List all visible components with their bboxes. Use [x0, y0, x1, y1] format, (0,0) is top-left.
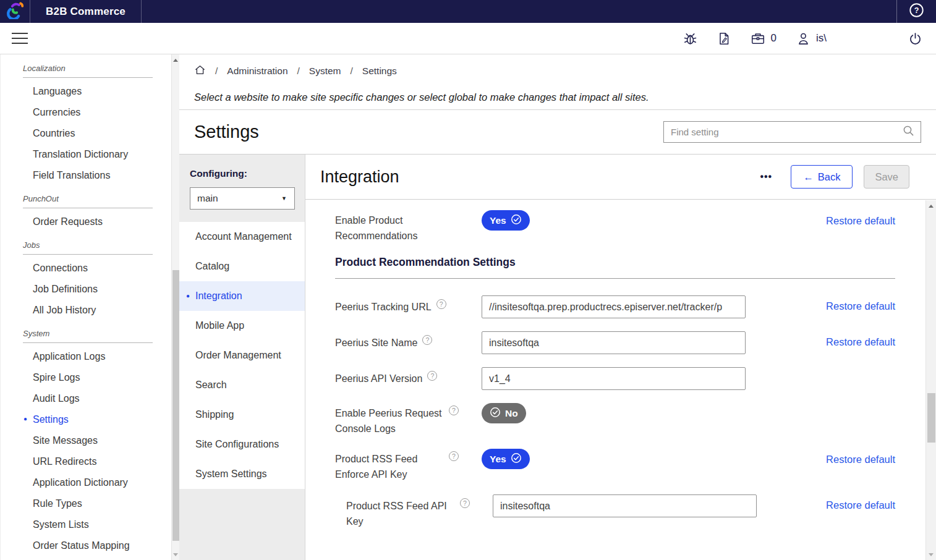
- help-tooltip-icon[interactable]: ?: [449, 405, 459, 415]
- sidebar-item-rule-types[interactable]: Rule Types: [1, 493, 171, 514]
- settings-menu-item-order-management[interactable]: Order Management: [179, 341, 305, 370]
- page-edit-icon: [717, 32, 731, 46]
- restore-default-link[interactable]: Restore default: [826, 331, 895, 348]
- scrollbar-up-arrow[interactable]: [172, 56, 179, 64]
- sidebar-item-url-redirects[interactable]: URL Redirects: [1, 451, 171, 472]
- scrollbar-down-arrow[interactable]: [172, 550, 179, 559]
- back-button-label: Back: [818, 171, 841, 183]
- peerius-api-version-input[interactable]: [482, 367, 746, 390]
- setting-label: Enable Product Recommendations: [335, 213, 444, 244]
- hamburger-menu-button[interactable]: [12, 33, 28, 44]
- chevron-down-icon: ▼: [281, 195, 287, 202]
- sidebar-item-settings[interactable]: ● Settings: [1, 409, 171, 430]
- edit-page-button[interactable]: [717, 32, 731, 46]
- toggle-value: Yes: [490, 215, 506, 226]
- configuring-box: Configuring: main ▼: [179, 155, 305, 222]
- website-select-value: main: [197, 193, 218, 204]
- sidebar-item-spire-logs[interactable]: Spire Logs: [1, 367, 171, 388]
- restore-default-link[interactable]: Restore default: [826, 494, 895, 511]
- sidebar-item-currencies[interactable]: Currencies: [1, 102, 171, 123]
- product-rss-feed-enforce-api-key-toggle[interactable]: Yes: [482, 449, 530, 469]
- sidebar-item-all-job-history[interactable]: All Job History: [1, 300, 171, 321]
- settings-menu-item-search[interactable]: Search: [179, 370, 305, 400]
- save-button[interactable]: Save: [864, 165, 909, 189]
- sidebar-item-field-translations[interactable]: Field Translations: [1, 165, 171, 186]
- settings-menu-item-system-settings[interactable]: System Settings: [179, 459, 305, 489]
- brand-title-box: B2B Commerce: [30, 0, 142, 23]
- user-menu-button[interactable]: is\: [796, 32, 827, 46]
- restore-default-link[interactable]: Restore default: [826, 449, 895, 465]
- section-rule: [335, 278, 895, 279]
- sidebar-scrollbar-thumb[interactable]: [172, 270, 179, 541]
- sidebar-item-order-requests[interactable]: Order Requests: [1, 211, 171, 232]
- back-arrow-icon: ←: [803, 171, 814, 183]
- home-icon: [194, 67, 206, 77]
- settings-category-menu: Account Management Catalog ● Integration…: [179, 222, 305, 489]
- hamburger-icon: [12, 33, 28, 34]
- sidebar-item-application-dictionary[interactable]: Application Dictionary: [1, 472, 171, 493]
- settings-menu-item-account-management[interactable]: Account Management: [179, 222, 305, 252]
- sidebar-item-audit-logs[interactable]: Audit Logs: [1, 388, 171, 409]
- bug-report-button[interactable]: [683, 32, 697, 46]
- enable-peerius-request-console-logs-toggle[interactable]: No: [482, 403, 526, 423]
- sidebar-item-application-logs[interactable]: Application Logs: [1, 346, 171, 367]
- brand-logo[interactable]: [0, 0, 30, 23]
- sidebar-item-order-status-mapping[interactable]: Order Status Mapping: [1, 535, 171, 556]
- briefcase-button[interactable]: 0: [751, 32, 776, 45]
- sidebar-item-site-messages[interactable]: Site Messages: [1, 430, 171, 451]
- sidebar-divider: [23, 77, 153, 78]
- website-select[interactable]: main ▼: [190, 187, 295, 210]
- breadcrumb-system[interactable]: System: [309, 66, 341, 77]
- user-label: is\: [816, 32, 827, 45]
- breadcrumb-settings[interactable]: Settings: [362, 66, 397, 77]
- home-link[interactable]: [194, 64, 206, 78]
- sidebar-item-connections[interactable]: Connections: [1, 258, 171, 279]
- peerius-site-name-input[interactable]: [482, 331, 746, 354]
- enable-product-recommendations-toggle[interactable]: Yes: [482, 210, 530, 231]
- product-rss-feed-api-key-input[interactable]: [493, 494, 757, 517]
- detail-header: Integration ••• ← Back Save: [305, 155, 936, 200]
- peerius-tracking-url-input[interactable]: [482, 295, 746, 318]
- find-setting-input[interactable]: [664, 122, 903, 142]
- sidebar-item-translation-dictionary[interactable]: Translation Dictionary: [1, 144, 171, 165]
- settings-menu-item-integration[interactable]: ● Integration: [179, 281, 305, 311]
- help-button[interactable]: ?: [896, 0, 936, 23]
- restore-default-link[interactable]: Restore default: [826, 295, 895, 312]
- sidebar-item-languages[interactable]: Languages: [1, 81, 171, 102]
- help-tooltip-icon[interactable]: ?: [422, 335, 432, 345]
- scrollbar-up-arrow[interactable]: [926, 202, 936, 210]
- configuring-pane: Configuring: main ▼ Account Management C…: [179, 155, 305, 560]
- setting-row-product-rss-feed-api-key: Product RSS Feed API Key ? Restore defau…: [335, 494, 895, 529]
- help-tooltip-icon[interactable]: ?: [427, 371, 437, 381]
- sidebar-divider: [23, 208, 153, 208]
- page-title: Settings: [194, 122, 259, 142]
- restore-default-link[interactable]: Restore default: [826, 210, 895, 227]
- sidebar-scrollbar[interactable]: [171, 54, 179, 560]
- detail-title: Integration: [320, 168, 399, 187]
- more-actions-button[interactable]: •••: [760, 171, 772, 182]
- detail-scrollbar[interactable]: [925, 200, 936, 560]
- settings-menu-item-site-configurations[interactable]: Site Configurations: [179, 430, 305, 459]
- brand-title: B2B Commerce: [46, 6, 126, 18]
- scrollbar-down-arrow[interactable]: [926, 550, 936, 559]
- sign-out-button[interactable]: [908, 32, 922, 46]
- sidebar-section-label: PunchOut: [23, 194, 153, 203]
- help-tooltip-icon[interactable]: ?: [460, 498, 470, 508]
- help-tooltip-icon[interactable]: ?: [449, 451, 459, 461]
- sidebar-section-label: Localization: [23, 64, 153, 73]
- detail-scrollbar-thumb[interactable]: [927, 393, 935, 443]
- settings-menu-item-mobile-app[interactable]: Mobile App: [179, 311, 305, 341]
- settings-menu-item-catalog[interactable]: Catalog: [179, 252, 305, 281]
- back-button[interactable]: ← Back: [791, 165, 853, 189]
- help-icon: ?: [909, 2, 924, 20]
- sidebar-item-job-definitions[interactable]: Job Definitions: [1, 279, 171, 300]
- brand-logo-icon: [6, 2, 23, 22]
- settings-menu-item-shipping[interactable]: Shipping: [179, 400, 305, 430]
- breadcrumb-separator: /: [215, 66, 218, 77]
- setting-row-peerius-site-name: Peerius Site Name ? Restore default: [335, 331, 895, 354]
- sidebar-item-countries[interactable]: Countries: [1, 123, 171, 144]
- help-tooltip-icon[interactable]: ?: [436, 299, 446, 309]
- breadcrumb-administration[interactable]: Administration: [227, 66, 287, 77]
- active-item-bullet: ●: [186, 292, 190, 299]
- sidebar-item-system-lists[interactable]: System Lists: [1, 514, 171, 535]
